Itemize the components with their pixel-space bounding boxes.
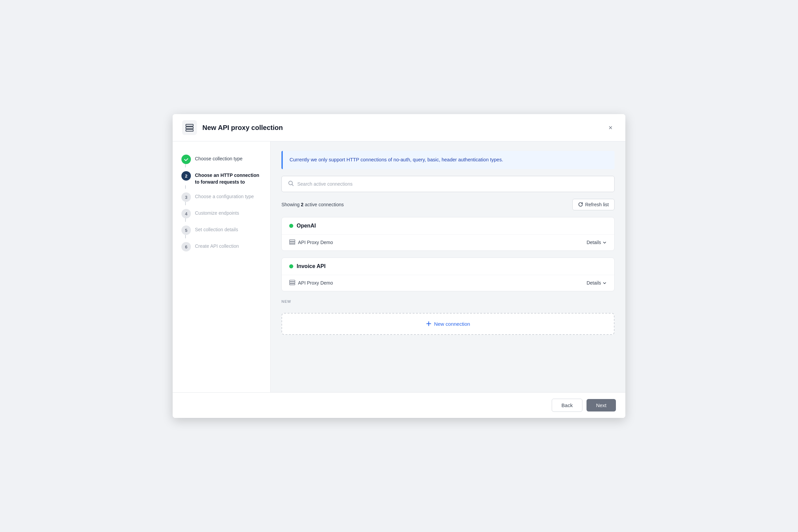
step-5-indicator: 5 [181, 226, 191, 235]
step-5-label: Set collection details [195, 225, 238, 233]
main-content: Currently we only support HTTP connectio… [271, 141, 625, 392]
refresh-label: Refresh list [585, 202, 609, 207]
step-2-indicator: 2 [181, 171, 191, 180]
svg-rect-11 [290, 280, 295, 282]
svg-rect-0 [186, 124, 193, 126]
step-6-label: Create API collection [195, 242, 239, 250]
connection-name-row-invoice: Invoice API [282, 258, 614, 275]
new-section-label: NEW [282, 298, 615, 306]
svg-rect-2 [186, 129, 193, 131]
connection-sub-row-invoice: API Proxy Demo Details [282, 275, 614, 291]
step-4-indicator: 4 [181, 209, 191, 218]
connection-name-invoice: Invoice API [297, 263, 326, 269]
svg-rect-10 [290, 243, 295, 244]
svg-point-6 [289, 181, 293, 185]
svg-rect-1 [186, 127, 193, 129]
info-banner: Currently we only support HTTP connectio… [282, 151, 615, 169]
svg-rect-12 [290, 282, 295, 283]
connection-card-invoice: Invoice API API Proxy Demo Details [282, 258, 615, 291]
connections-count-label: Showing 2 active connections [282, 202, 344, 207]
svg-rect-13 [290, 284, 295, 285]
status-dot-openai [289, 224, 293, 228]
proxy-icon-openai [289, 239, 295, 246]
step-1: Choose collection type [179, 151, 264, 167]
modal-header: New API proxy collection × [173, 114, 625, 141]
connection-card-openai: OpenAI API Proxy Demo Details [282, 217, 615, 251]
sub-label-invoice: API Proxy Demo [298, 280, 333, 286]
refresh-button[interactable]: Refresh list [572, 199, 615, 210]
status-dot-invoice [289, 264, 293, 268]
step-3-indicator: 3 [181, 192, 191, 202]
proxy-icon-invoice [289, 280, 295, 286]
modal-icon [182, 120, 197, 135]
sidebar: Choose collection type 2 Choose an HTTP … [173, 141, 271, 392]
next-button[interactable]: Next [586, 399, 616, 412]
step-2: 2 Choose an HTTP connection to forward r… [179, 167, 264, 189]
back-button[interactable]: Back [552, 399, 582, 412]
connection-name-row-openai: OpenAI [282, 217, 614, 234]
sub-label-openai: API Proxy Demo [298, 240, 333, 245]
step-4-label: Customize endpoints [195, 209, 239, 217]
modal-title: New API proxy collection [202, 124, 600, 132]
details-button-invoice[interactable]: Details [586, 280, 607, 286]
step-6-indicator: 6 [181, 242, 191, 251]
details-label-invoice: Details [586, 280, 601, 286]
modal-footer: Back Next [173, 392, 625, 418]
new-connection-button[interactable]: New connection [426, 321, 470, 327]
new-connection-card[interactable]: New connection [282, 313, 615, 335]
step-5: 5 Set collection details [179, 222, 264, 238]
search-bar[interactable] [282, 176, 615, 192]
info-banner-text: Currently we only support HTTP connectio… [290, 157, 503, 163]
search-icon [288, 180, 294, 188]
svg-line-7 [292, 184, 294, 186]
new-connection-label: New connection [434, 321, 470, 327]
step-3-label: Choose a configuration type [195, 192, 254, 200]
connections-count-suffix: active connections [303, 202, 344, 207]
modal-container: New API proxy collection × Choose collec… [173, 114, 625, 418]
svg-rect-8 [290, 240, 295, 241]
search-input[interactable] [297, 181, 608, 187]
sub-left-invoice: API Proxy Demo [289, 280, 333, 286]
svg-rect-9 [290, 241, 295, 243]
step-1-indicator [181, 155, 191, 164]
step-4: 4 Customize endpoints [179, 205, 264, 222]
modal-body: Choose collection type 2 Choose an HTTP … [173, 141, 625, 392]
connection-sub-row-openai: API Proxy Demo Details [282, 234, 614, 250]
close-button[interactable]: × [605, 122, 616, 133]
connection-name-openai: OpenAI [297, 223, 316, 229]
connections-count-prefix: Showing [282, 202, 301, 207]
details-button-openai[interactable]: Details [586, 240, 607, 245]
step-1-label: Choose collection type [195, 154, 242, 163]
step-6: 6 Create API collection [179, 238, 264, 255]
details-label-openai: Details [586, 240, 601, 245]
connections-header: Showing 2 active connections Refresh lis… [282, 199, 615, 210]
step-2-label: Choose an HTTP connection to forward req… [195, 171, 261, 185]
step-3: 3 Choose a configuration type [179, 189, 264, 205]
sub-left-openai: API Proxy Demo [289, 239, 333, 246]
